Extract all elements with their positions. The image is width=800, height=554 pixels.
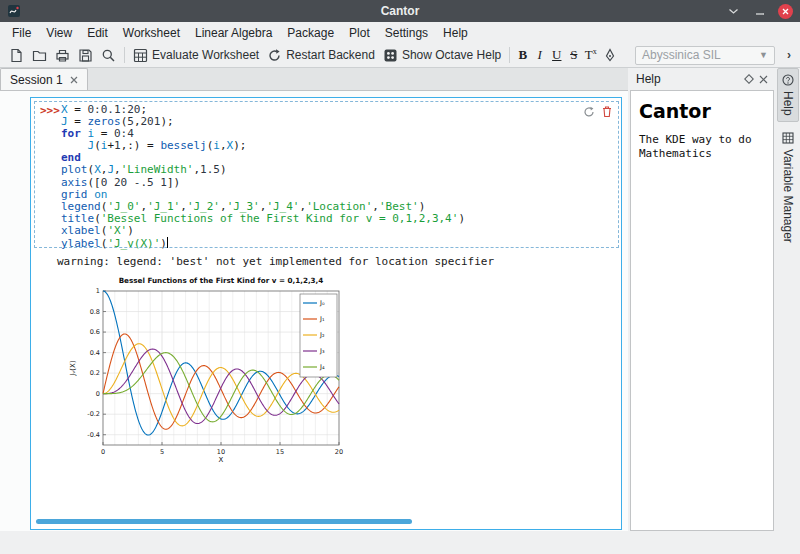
side-tab-variable-manager-label: Variable Manager xyxy=(781,149,795,243)
menu-file[interactable]: File xyxy=(9,25,34,41)
code-editor[interactable]: X = 0:0.1:20;J = zeros(5,201);for i = 0:… xyxy=(61,104,465,249)
toolbar-overflow-button[interactable]: › xyxy=(783,48,795,62)
chevron-down-icon: ▼ xyxy=(759,50,768,60)
svg-text:20: 20 xyxy=(335,448,343,456)
pane-bottom-margin xyxy=(0,531,628,554)
new-document-icon xyxy=(9,48,24,63)
chevron-down-icon xyxy=(728,8,739,15)
menu-worksheet[interactable]: Worksheet xyxy=(120,25,183,41)
superscript-button[interactable]: Tx xyxy=(582,46,599,64)
backend-warning-text: warning: legend: 'best' not yet implemen… xyxy=(57,255,494,268)
menu-edit[interactable]: Edit xyxy=(84,25,111,41)
evaluate-worksheet-label: Evaluate Worksheet xyxy=(152,48,259,62)
code-line[interactable]: J(i+1,:) = besselj(i,X); xyxy=(61,140,465,152)
legend-entry: J₀ xyxy=(319,299,325,307)
svg-text:0: 0 xyxy=(101,448,105,456)
help-heading: Cantor xyxy=(639,100,765,122)
restart-backend-button[interactable]: Restart Backend xyxy=(263,46,379,65)
command-entry[interactable]: >>> X = 0:0.1:20;J = zeros(5,201);for i … xyxy=(34,101,619,248)
menu-package[interactable]: Package xyxy=(284,25,337,41)
code-line[interactable]: ylabel('J_v(X)') xyxy=(61,237,465,249)
code-line[interactable]: xlabel('X') xyxy=(61,225,465,237)
app-icon xyxy=(7,4,21,18)
help-dock-title: Help xyxy=(636,72,661,86)
menu-view[interactable]: View xyxy=(43,25,75,41)
underline-button[interactable]: U xyxy=(548,46,565,64)
help-body-text: The KDE way to do Mathematics xyxy=(639,133,765,161)
bold-button[interactable]: B xyxy=(514,46,531,64)
open-folder-icon xyxy=(32,48,47,63)
trash-icon[interactable] xyxy=(601,105,613,118)
svg-text:-0.4: -0.4 xyxy=(87,431,100,439)
save-button[interactable] xyxy=(74,46,97,65)
pen-nib-icon xyxy=(603,48,617,62)
tab-close-icon[interactable] xyxy=(70,76,78,84)
session-tab-bar: Session 1 xyxy=(0,68,628,91)
svg-text:1: 1 xyxy=(96,287,100,295)
main-toolbar: Evaluate Worksheet Restart Backend Show … xyxy=(0,43,800,68)
tab-session-1[interactable]: Session 1 xyxy=(0,68,88,90)
window-title: Cantor xyxy=(0,4,800,18)
help-icon xyxy=(782,74,794,86)
close-panel-icon[interactable] xyxy=(759,75,768,84)
menu-settings[interactable]: Settings xyxy=(382,25,431,41)
svg-text:5: 5 xyxy=(160,448,164,456)
new-worksheet-button[interactable] xyxy=(5,46,28,65)
octave-help-icon xyxy=(383,48,398,63)
italic-button[interactable]: I xyxy=(531,46,548,64)
help-panel-content: Cantor The KDE way to do Mathematics xyxy=(630,90,774,531)
side-tab-variable-manager[interactable]: Variable Manager xyxy=(777,127,799,248)
code-line[interactable]: axis([0 20 -.5 1]) xyxy=(61,177,465,189)
show-octave-help-button[interactable]: Show Octave Help xyxy=(379,46,505,65)
svg-text:0.8: 0.8 xyxy=(90,308,100,316)
bessel-plot: 05101520-0.4-0.200.20.40.60.81Bessel Fun… xyxy=(67,273,347,473)
title-bar: Cantor xyxy=(0,0,800,22)
menu-help[interactable]: Help xyxy=(440,25,471,41)
close-button[interactable] xyxy=(778,4,793,19)
toolbar-separator xyxy=(509,47,510,63)
toolbar-separator xyxy=(124,47,125,63)
menu-plot[interactable]: Plot xyxy=(346,25,373,41)
close-icon xyxy=(782,8,789,15)
legend-entry: J₁ xyxy=(319,315,325,323)
text-color-button[interactable] xyxy=(599,46,621,64)
session-tab-label: Session 1 xyxy=(10,73,63,87)
svg-text:0.4: 0.4 xyxy=(90,349,100,357)
evaluate-icon xyxy=(133,48,148,63)
svg-text:Jᵥ(X): Jᵥ(X) xyxy=(69,360,77,377)
menu-linear-algebra[interactable]: Linear Algebra xyxy=(192,25,275,41)
rerun-icon[interactable] xyxy=(583,106,595,118)
shade-button[interactable] xyxy=(726,4,741,19)
side-tab-help[interactable]: Help xyxy=(777,68,799,122)
minimize-icon xyxy=(755,6,765,16)
svg-text:10: 10 xyxy=(217,448,225,456)
horizontal-scrollbar[interactable] xyxy=(36,519,412,524)
find-button[interactable] xyxy=(97,46,120,65)
plot-image: 05101520-0.4-0.200.20.40.60.81Bessel Fun… xyxy=(67,273,347,473)
svg-text:0.6: 0.6 xyxy=(90,328,100,336)
evaluate-worksheet-button[interactable]: Evaluate Worksheet xyxy=(129,46,263,65)
legend-entry: J₂ xyxy=(319,331,325,339)
minimize-button[interactable] xyxy=(752,4,767,19)
legend-entry: J₃ xyxy=(319,347,325,355)
help-dock: Help Cantor The KDE way to do Mathematic… xyxy=(630,68,774,554)
save-icon xyxy=(78,48,93,63)
table-icon xyxy=(782,132,794,144)
print-icon xyxy=(55,48,70,63)
menu-bar: FileViewEditWorksheetLinear AlgebraPacka… xyxy=(0,22,800,43)
font-family-combo[interactable]: Abyssinica SIL ▼ xyxy=(635,46,775,65)
print-button[interactable] xyxy=(51,46,74,65)
float-panel-icon[interactable] xyxy=(744,74,754,84)
svg-text:-0.2: -0.2 xyxy=(87,410,100,418)
worksheet-view: >>> X = 0:0.1:20;J = zeros(5,201);for i … xyxy=(30,97,622,530)
octave-prompt: >>> xyxy=(40,104,60,117)
svg-text:0.2: 0.2 xyxy=(90,369,100,377)
svg-text:0: 0 xyxy=(96,390,100,398)
help-dock-header: Help xyxy=(630,68,774,90)
strikethrough-button[interactable]: S xyxy=(565,46,582,64)
show-octave-help-label: Show Octave Help xyxy=(402,48,501,62)
side-tab-strip: Help Variable Manager xyxy=(776,68,800,554)
restart-backend-label: Restart Backend xyxy=(286,48,375,62)
open-button[interactable] xyxy=(28,46,51,65)
worksheet-pane: Session 1 >>> X = 0:0.1:20;J = zeros(5,2… xyxy=(0,68,628,554)
